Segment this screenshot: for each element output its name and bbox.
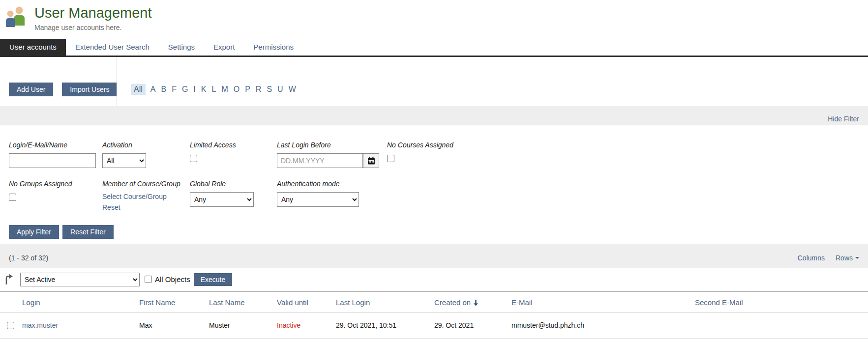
no-groups-checkbox[interactable] (9, 194, 16, 201)
cell-last-login: 29. Oct 2021, 10:51 (332, 312, 430, 338)
reset-course-group-link[interactable]: Reset (102, 203, 190, 212)
all-objects-checkbox[interactable] (145, 276, 152, 283)
filter-field-no-courses: No Courses Assigned (387, 141, 859, 168)
toolbar: Add User Import Users All A B F G I K L … (0, 57, 868, 106)
alphabet-letter[interactable]: G (181, 85, 188, 94)
filter-label-activation: Activation (102, 141, 190, 149)
row-checkbox-cell (0, 312, 18, 338)
filter-row-2: No Groups Assigned Member of Course/Grou… (9, 180, 859, 213)
execute-button[interactable]: Execute (194, 273, 233, 286)
alphabet-letter[interactable]: L (211, 85, 216, 94)
alphabet-letter[interactable]: M (221, 85, 228, 94)
column-header-valid-until[interactable]: Valid until (273, 291, 332, 312)
rows-dropdown[interactable]: Rows (836, 254, 859, 262)
alphabet-letter[interactable]: R (255, 85, 262, 94)
global-role-select[interactable]: Any (190, 192, 254, 207)
cell-valid-until: Inactive (273, 312, 332, 338)
tab-extended-user-search[interactable]: Extended User Search (66, 39, 159, 56)
filter-label-no-courses: No Courses Assigned (387, 141, 859, 149)
sort-descending-icon (473, 300, 479, 306)
filter-field-auth-mode: Authentication mode Any (277, 180, 387, 213)
filter-label-last-login: Last Login Before (277, 141, 387, 149)
column-header-created-on[interactable]: Created on (430, 291, 508, 312)
reset-filter-button[interactable]: Reset Filter (62, 225, 114, 239)
alphabet-letter[interactable]: O (233, 85, 240, 94)
cell-last-name: Muster (205, 312, 273, 338)
apply-filter-button[interactable]: Apply Filter (9, 225, 59, 239)
bulk-action-select[interactable]: Set Active (20, 273, 140, 286)
alphabet-letter[interactable]: I (193, 85, 196, 94)
calendar-icon (367, 157, 375, 165)
tab-export[interactable]: Export (204, 39, 244, 56)
column-header-first-name[interactable]: First Name (135, 291, 205, 312)
created-on-label: Created on (434, 298, 471, 307)
last-login-date-input[interactable] (277, 153, 363, 168)
column-header-second-email[interactable]: Second E-Mail (691, 291, 868, 312)
import-users-button[interactable]: Import Users (62, 83, 117, 96)
list-header-band: (1 - 32 of 32) Columns Rows (0, 244, 868, 268)
cell-created-on: 29. Oct 2021 (430, 312, 508, 338)
alphabet-letter[interactable]: B (160, 85, 167, 94)
filter-label-limited-access: Limited Access (190, 141, 277, 149)
alphabet-letter[interactable]: A (150, 85, 156, 94)
filter-label-login: Login/E-Mail/Name (9, 141, 102, 149)
filter-header-band: Hide Filter (0, 106, 868, 125)
filter-spacer (387, 180, 859, 213)
user-login-link[interactable]: max.muster (22, 321, 58, 329)
filter-field-member: Member of Course/Group Select Course/Gro… (102, 180, 190, 213)
activation-select[interactable]: All (102, 153, 146, 168)
list-header-controls: Columns Rows (798, 249, 859, 262)
toolbar-buttons: Add User Import Users (0, 57, 117, 106)
header-text: User Management Manage user accounts her… (34, 5, 152, 31)
alphabet-all[interactable]: All (131, 84, 146, 95)
column-header-email[interactable]: E-Mail (508, 291, 691, 312)
bulk-action-arrow-icon (5, 274, 13, 285)
tab-settings[interactable]: Settings (159, 39, 204, 56)
filter-row-1: Login/E-Mail/Name Activation All Limited… (9, 141, 859, 168)
alphabet-letter[interactable]: S (266, 85, 272, 94)
page-header: User Management Manage user accounts her… (0, 0, 868, 31)
users-icon (4, 5, 29, 29)
alphabet-letter[interactable]: F (171, 85, 177, 94)
chevron-down-icon (855, 257, 859, 261)
limited-access-checkbox[interactable] (190, 155, 197, 162)
user-management-page: User Management Manage user accounts her… (0, 0, 868, 339)
login-filter-input[interactable] (9, 153, 96, 168)
alphabet-letter[interactable]: K (201, 85, 207, 94)
filter-label-member: Member of Course/Group (102, 180, 190, 188)
cell-second-email (691, 312, 868, 338)
all-objects-label: All Objects (155, 275, 190, 283)
auth-mode-select[interactable]: Any (277, 192, 359, 207)
filter-label-auth-mode: Authentication mode (277, 180, 387, 188)
status-badge: Inactive (277, 321, 300, 329)
filter-field-limited-access: Limited Access (190, 141, 277, 168)
filter-field-no-groups: No Groups Assigned (9, 180, 102, 213)
no-courses-checkbox[interactable] (387, 155, 394, 162)
alphabet-letter[interactable]: P (244, 85, 251, 94)
column-header-login[interactable]: Login (18, 291, 135, 312)
column-header-last-name[interactable]: Last Name (205, 291, 273, 312)
alphabet-nav: All A B F G I K L M O P R S U W (117, 57, 868, 106)
tab-permissions[interactable]: Permissions (244, 39, 303, 56)
filter-actions: Apply Filter Reset Filter (9, 225, 859, 239)
add-user-button[interactable]: Add User (9, 83, 53, 96)
calendar-button[interactable] (363, 153, 379, 168)
hide-filter-link[interactable]: Hide Filter (828, 115, 859, 123)
filter-label-global-role: Global Role (190, 180, 277, 188)
tab-bar: User accounts Extended User Search Setti… (0, 39, 868, 57)
tab-user-accounts[interactable]: User accounts (0, 39, 66, 56)
row-checkbox[interactable] (7, 322, 14, 329)
filter-field-login: Login/E-Mail/Name (9, 141, 102, 168)
alphabet-letter[interactable]: U (277, 85, 284, 94)
cell-first-name: Max (135, 312, 205, 338)
filter-field-last-login: Last Login Before (277, 141, 387, 168)
alphabet-letter[interactable]: W (288, 85, 297, 94)
rows-label: Rows (836, 254, 853, 262)
bulk-action-bar: Set Active All Objects Execute (0, 268, 868, 291)
select-course-group-link[interactable]: Select Course/Group (102, 192, 190, 201)
header-checkbox-cell (0, 291, 18, 312)
filter-field-global-role: Global Role Any (190, 180, 277, 213)
date-input-group (277, 153, 387, 168)
column-header-last-login[interactable]: Last Login (332, 291, 430, 312)
columns-link[interactable]: Columns (798, 254, 825, 262)
